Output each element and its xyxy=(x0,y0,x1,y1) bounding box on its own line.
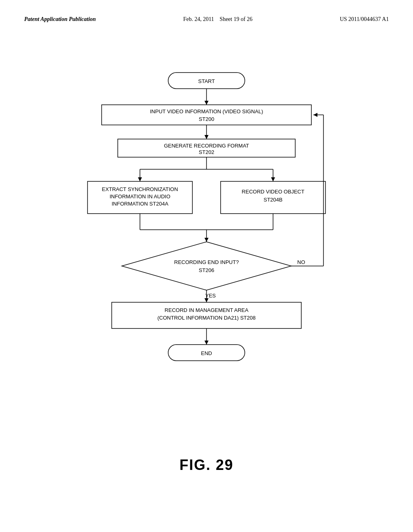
st206-node xyxy=(122,242,291,290)
st200-label-1: INPUT VIDEO INFORMATION (VIDEO SIGNAL) xyxy=(150,108,263,114)
publication-label: Patent Application Publication xyxy=(24,16,96,23)
st208-label-2: (CONTROL INFORMATION DA21) ST208 xyxy=(157,315,255,321)
st204a-label-1: EXTRACT SYNCHRONIZATION xyxy=(102,186,178,192)
start-label: START xyxy=(198,78,215,84)
st202-label-1: GENERATE RECORDING FORMAT xyxy=(164,143,249,149)
publication-date: Feb. 24, 2011 xyxy=(183,16,214,22)
flowchart: text { font-family: Arial, Helvetica, sa… xyxy=(65,64,348,429)
arrowhead-7 xyxy=(204,341,209,345)
figure-caption: FIG. 29 xyxy=(179,457,234,474)
patent-number: US 2011/0044637 A1 xyxy=(340,16,389,23)
st204a-label-3: INFORMATION ST204A xyxy=(112,201,169,207)
page-header: Patent Application Publication Feb. 24, … xyxy=(0,0,413,23)
arrowhead-6 xyxy=(204,298,209,302)
arrowhead-5 xyxy=(204,238,209,242)
st200-label-2: ST200 xyxy=(199,116,214,122)
st206-label-1: RECORDING END INPUT? xyxy=(174,259,239,265)
yes-label: YES xyxy=(205,293,216,299)
st208-label-1: RECORD IN MANAGEMENT AREA xyxy=(165,307,248,313)
st202-label-2: ST202 xyxy=(199,149,214,155)
sheet-info: Sheet 19 of 26 xyxy=(220,16,252,22)
arrowhead-3 xyxy=(138,177,142,181)
arrowhead-1 xyxy=(204,101,209,105)
arrowhead-no xyxy=(313,113,317,117)
st204b-label-1: RECORD VIDEO OBJECT xyxy=(242,189,304,195)
no-label: NO xyxy=(297,259,305,265)
arrowhead-4 xyxy=(271,177,275,181)
st204b-label-2: ST204B xyxy=(264,197,283,203)
end-label: END xyxy=(201,350,212,356)
st204a-label-2: INFORMATION IN AUDIO xyxy=(110,193,171,200)
arrowhead-2 xyxy=(204,135,209,139)
st206-label-2: ST206 xyxy=(199,267,214,273)
flowchart-svg: text { font-family: Arial, Helvetica, sa… xyxy=(65,64,348,427)
header-center: Feb. 24, 2011 Sheet 19 of 26 xyxy=(183,16,252,23)
